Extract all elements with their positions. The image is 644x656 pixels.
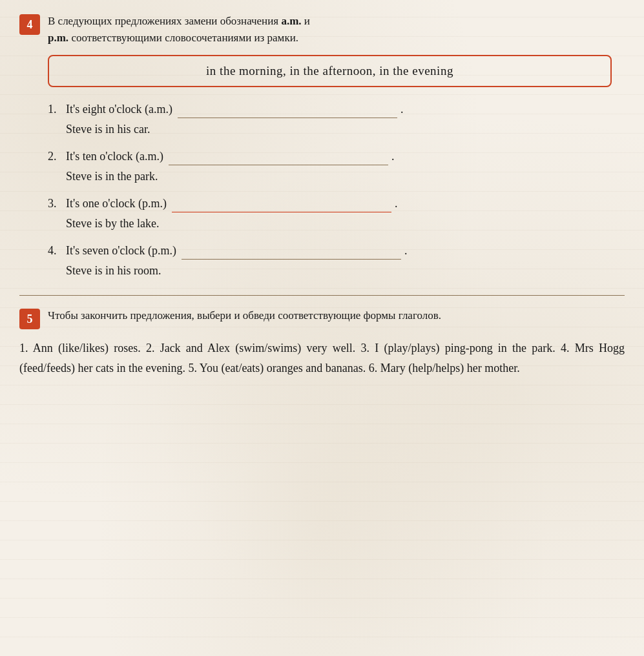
instruction-mid: и bbox=[304, 15, 310, 27]
sentence-4-period: . bbox=[404, 244, 408, 257]
exercise-5-header: 5 Чтобы закончить предложения, выбери и … bbox=[19, 307, 625, 329]
sentence-4-text: It's seven o'clock (p.m.) . bbox=[66, 241, 407, 260]
exercise-4: 4 В следующих предложениях замени обозна… bbox=[19, 13, 625, 280]
sentence-2-line: 2. It's ten o'clock (a.m.) . bbox=[48, 147, 625, 165]
sentence-3-period: . bbox=[395, 197, 398, 210]
sentence-2: 2. It's ten o'clock (a.m.) . Steve is in… bbox=[48, 147, 625, 185]
word-box: in the morning, in the afternoon, in the… bbox=[48, 55, 612, 87]
sentence-4-number: 4. bbox=[48, 244, 62, 258]
sentence-1-line: 1. It's eight o'clock (a.m.) . bbox=[48, 100, 625, 118]
sentence-3: 3. It's one o'clock (p.m.) . Steve is by… bbox=[48, 194, 625, 232]
section-divider bbox=[19, 295, 625, 296]
exercise-4-number: 4 bbox=[19, 14, 40, 35]
sentence-1-text: It's eight o'clock (a.m.) . bbox=[66, 100, 403, 118]
instruction-bold-am: a.m. bbox=[281, 15, 301, 27]
sentence-4: 4. It's seven o'clock (p.m.) . Steve is … bbox=[48, 241, 625, 280]
answer-line-2 bbox=[169, 147, 388, 165]
sentence-3-number: 3. bbox=[48, 197, 62, 210]
sentence-4-cont: Steve is in his room. bbox=[66, 262, 625, 280]
sentence-1: 1. It's eight o'clock (a.m.) . Steve is … bbox=[48, 100, 625, 138]
sentence-1-cont: Steve is in his car. bbox=[66, 121, 625, 138]
sentence-2-cont: Steve is in the park. bbox=[66, 168, 625, 185]
exercise-4-instruction: В следующих предложениях замени обозначе… bbox=[48, 13, 625, 46]
answer-line-1 bbox=[178, 100, 397, 118]
exercise-5-number: 5 bbox=[19, 309, 40, 329]
answer-line-4 bbox=[182, 241, 401, 260]
exercise-5: 5 Чтобы закончить предложения, выбери и … bbox=[19, 307, 625, 378]
exercise-5-instruction: Чтобы закончить предложения, выбери и об… bbox=[48, 307, 625, 324]
exercise-4-header: 4 В следующих предложениях замени обозна… bbox=[19, 13, 625, 46]
sentence-1-period: . bbox=[400, 103, 404, 116]
sentence-1-number: 1. bbox=[48, 103, 62, 116]
sentence-2-text: It's ten o'clock (a.m.) . bbox=[66, 147, 394, 165]
sentence-2-number: 2. bbox=[48, 150, 62, 163]
sentence-2-period: . bbox=[391, 150, 395, 163]
exercise-5-text: 1. Ann (like/likes) roses. 2. Jack and A… bbox=[19, 338, 625, 378]
sentence-3-text: It's one o'clock (p.m.) . bbox=[66, 194, 397, 212]
sentence-4-line: 4. It's seven o'clock (p.m.) . bbox=[48, 241, 625, 260]
instruction-text-1: В следующих предложениях замени обозначе… bbox=[48, 15, 278, 27]
sentence-3-line: 3. It's one o'clock (p.m.) . bbox=[48, 194, 625, 212]
instruction-text-3: соответствующими словосочетаниями из рам… bbox=[71, 32, 298, 44]
instruction-bold-pm: p.m. bbox=[48, 32, 68, 44]
answer-line-3 bbox=[172, 194, 391, 212]
sentences-list: 1. It's eight o'clock (a.m.) . Steve is … bbox=[48, 100, 625, 280]
sentence-3-cont: Steve is by the lake. bbox=[66, 215, 625, 232]
